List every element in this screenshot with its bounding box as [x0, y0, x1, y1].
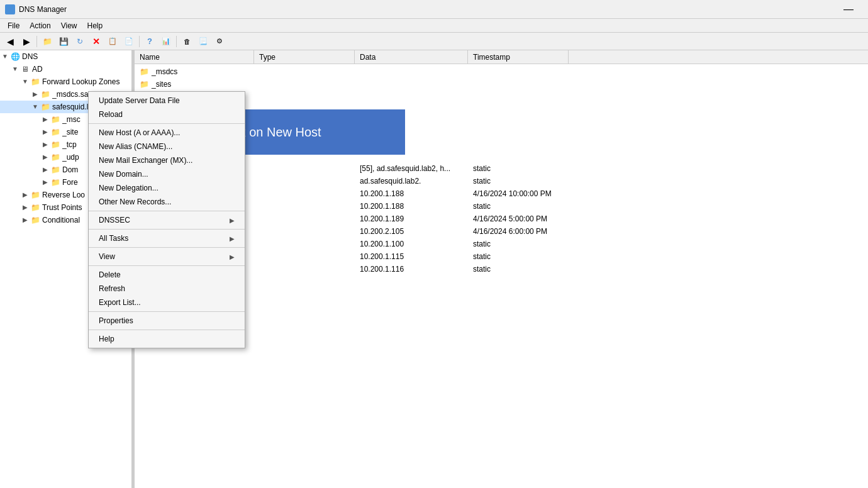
expand-dns: ▼ — [0, 52, 10, 62]
toolbar: ◀ ▶ 📁 💾 ↻ ✕ 📋 📄 ? 📊 🗑 📃 ⚙ — [0, 33, 868, 50]
ctx-all-tasks-arrow: ▶ — [230, 235, 235, 242]
toolbar-copy[interactable]: 📋 — [105, 35, 120, 48]
folder-icon-msc: 📁 — [50, 114, 60, 125]
toolbar-back[interactable]: ◀ — [3, 35, 18, 48]
file-icon-msdcs: 📁 — [140, 67, 149, 76]
ctx-sep-5 — [89, 265, 245, 266]
ctx-refresh[interactable]: Refresh — [89, 282, 245, 296]
ctx-other-records[interactable]: Other New Records... — [89, 195, 245, 209]
ctx-properties[interactable]: Properties — [89, 314, 245, 328]
ctx-view[interactable]: View ▶ — [89, 250, 245, 263]
toolbar-sep-3 — [176, 36, 177, 47]
expand-tcp: ▶ — [40, 140, 50, 150]
toolbar-chart[interactable]: 📊 — [159, 35, 174, 48]
tree-node-dns[interactable]: ▼ 🌐 DNS — [0, 50, 131, 63]
ctx-delete[interactable]: Delete — [89, 268, 245, 282]
menu-view[interactable]: View — [56, 20, 82, 31]
tree-label-flz: Forward Lookup Zones — [42, 77, 120, 86]
ctx-dnssec[interactable]: DNSSEC ▶ — [89, 213, 245, 227]
minimize-button[interactable]: — — [834, 0, 863, 19]
ctx-new-domain[interactable]: New Domain... — [89, 167, 245, 181]
tree-label-msc: _msc — [62, 115, 81, 124]
ctx-view-label: View — [99, 252, 115, 261]
record-a5-ts: static — [468, 240, 569, 248]
menu-action[interactable]: Action — [25, 20, 55, 31]
toolbar-forward[interactable]: ▶ — [19, 35, 34, 48]
ctx-export[interactable]: Export List... — [89, 296, 245, 309]
folder-icon-fore: 📁 — [50, 177, 60, 187]
expand-msdcs: ▶ — [30, 89, 40, 99]
tree-label-fore: Fore — [62, 178, 78, 187]
record-a6-ts: static — [468, 252, 569, 261]
expand-trust: ▶ — [20, 202, 30, 213]
file-label-sites: _sites — [152, 80, 171, 89]
record-a7-ts: static — [468, 265, 569, 274]
tree-label-dom: Dom — [62, 165, 78, 174]
folder-icon-rev: 📁 — [30, 190, 40, 200]
record-a6-data: 10.200.1.115 — [355, 252, 468, 261]
app-icon — [5, 4, 15, 14]
server-icon: 🖥 — [20, 64, 30, 74]
ctx-sep-4 — [89, 247, 245, 248]
ctx-sep-1 — [89, 123, 245, 124]
ctx-new-mx[interactable]: New Mail Exchanger (MX)... — [89, 153, 245, 167]
list-item-sites[interactable]: 📁 _sites — [135, 78, 868, 91]
ctx-sep-2 — [89, 211, 245, 211]
menu-file[interactable]: File — [3, 20, 25, 31]
record-soa-ts: static — [468, 164, 569, 173]
folder-icon-flz: 📁 — [30, 77, 40, 87]
expand-msc: ▶ — [40, 114, 50, 125]
title-bar-controls: — — [834, 0, 863, 19]
tree-label-ad: AD — [32, 65, 43, 74]
expand-rev: ▶ — [20, 190, 30, 200]
tree-label-udp: _udp — [62, 153, 79, 162]
tree-label-tcp: _tcp — [62, 140, 77, 149]
menu-help[interactable]: Help — [82, 20, 108, 31]
toolbar-settings[interactable]: ⚙ — [212, 35, 227, 48]
folder-icon-cond: 📁 — [30, 215, 40, 225]
toolbar-sep-1 — [36, 36, 37, 47]
col-header-type[interactable]: Type — [254, 50, 355, 64]
tree-node-flz[interactable]: ▼ 📁 Forward Lookup Zones — [0, 75, 131, 88]
tree-node-ad[interactable]: ▼ 🖥 AD — [0, 63, 131, 75]
col-header-data[interactable]: Data — [355, 50, 468, 64]
record-a4-ts: 4/16/2024 6:00:00 PM — [468, 227, 569, 236]
ctx-all-tasks[interactable]: All Tasks ▶ — [89, 231, 245, 245]
toolbar-list[interactable]: 📃 — [196, 35, 211, 48]
folder-icon-dom: 📁 — [50, 165, 60, 175]
ctx-sep-7 — [89, 330, 245, 330]
tree-label-rev: Reverse Loo — [42, 191, 85, 199]
list-item-msdcs[interactable]: 📁 _msdcs — [135, 65, 868, 78]
list-header: Name Type Data Timestamp — [135, 50, 868, 64]
expand-cond: ▶ — [20, 215, 30, 225]
col-header-name[interactable]: Name — [135, 50, 254, 64]
toolbar-trash[interactable]: 🗑 — [179, 35, 194, 48]
ctx-dnssec-label: DNSSEC — [99, 216, 130, 225]
title-bar: DNS Manager — — [0, 0, 868, 19]
record-ns-data: ad.safesquid.lab2. — [355, 177, 468, 186]
col-header-timestamp[interactable]: Timestamp — [468, 50, 569, 64]
record-a3-ts: 4/16/2024 5:00:00 PM — [468, 214, 569, 223]
expand-ss: ▼ — [30, 102, 40, 112]
expand-udp: ▶ — [40, 152, 50, 162]
toolbar-delete[interactable]: ✕ — [89, 35, 104, 48]
toolbar-help[interactable]: ? — [142, 35, 157, 48]
ctx-view-arrow: ▶ — [230, 253, 235, 260]
toolbar-paste[interactable]: 📄 — [121, 35, 136, 48]
record-a7-data: 10.200.1.116 — [355, 265, 468, 274]
expand-ad: ▼ — [10, 64, 20, 74]
folder-icon-udp: 📁 — [50, 152, 60, 162]
expand-dom: ▶ — [40, 165, 50, 175]
ctx-new-host[interactable]: New Host (A or AAAA)... — [89, 126, 245, 140]
ctx-update-server[interactable]: Update Server Data File — [89, 94, 245, 108]
ctx-new-delegation[interactable]: New Delegation... — [89, 181, 245, 195]
tree-label-cond: Conditional — [42, 216, 80, 225]
ctx-sep-3 — [89, 229, 245, 230]
toolbar-save[interactable]: 💾 — [56, 35, 71, 48]
ctx-help[interactable]: Help — [89, 332, 245, 346]
ctx-all-tasks-label: All Tasks — [99, 234, 128, 243]
toolbar-refresh[interactable]: ↻ — [72, 35, 87, 48]
ctx-reload[interactable]: Reload — [89, 108, 245, 121]
ctx-new-alias[interactable]: New Alias (CNAME)... — [89, 140, 245, 153]
toolbar-open[interactable]: 📁 — [40, 35, 55, 48]
